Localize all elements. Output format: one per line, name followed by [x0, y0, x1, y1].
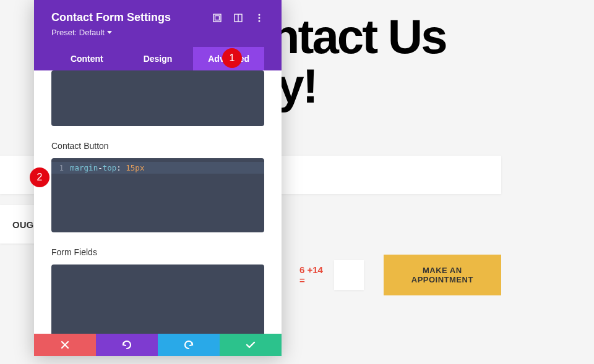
svg-rect-1 [215, 15, 220, 20]
panel-header: Contact Form Settings Preset: Default Co… [34, 0, 282, 70]
code-line-1: 1 margin-top: 15px [51, 162, 264, 174]
captcha-input[interactable] [334, 260, 363, 290]
form-field-left[interactable] [0, 156, 34, 194]
line-number: 1 [58, 163, 64, 172]
svg-point-4 [259, 14, 260, 15]
preset-label: Preset: Default [51, 28, 105, 37]
code-value: 15px [121, 163, 145, 172]
expand-icon[interactable] [212, 13, 222, 23]
tab-design[interactable]: Design [123, 47, 194, 70]
annotation-badge-1: 1 [222, 48, 242, 68]
code-text: margin-top: 15px [70, 163, 144, 172]
annotation-badge-2: 2 [30, 167, 50, 187]
layout-icon[interactable] [233, 13, 243, 23]
code-prop-margin: margin [70, 163, 98, 172]
section-label-contact-button: Contact Button [51, 141, 264, 151]
appointment-button[interactable]: MAKE AN APPOINTMENT [384, 255, 501, 295]
undo-button[interactable] [96, 334, 158, 356]
more-icon[interactable] [254, 13, 264, 23]
code-block-contact-button[interactable]: 1 margin-top: 15px [51, 158, 264, 232]
svg-rect-0 [213, 14, 221, 22]
svg-point-5 [259, 17, 260, 19]
redo-button[interactable] [158, 334, 220, 356]
panel-body[interactable]: Contact Button 1 margin-top: 15px Form F… [34, 70, 282, 334]
svg-point-6 [259, 20, 260, 22]
confirm-button[interactable] [220, 334, 282, 356]
roughly-field[interactable]: OUGHL [0, 205, 37, 243]
code-dash: - [98, 163, 103, 172]
code-prop-top: top [103, 163, 117, 172]
panel-title: Contact Form Settings [51, 11, 171, 24]
panel-header-icons [212, 13, 264, 23]
code-block-form-fields[interactable] [51, 265, 264, 334]
captcha-question: 6 +14 = [299, 265, 327, 286]
appointment-button-label: MAKE AN APPOINTMENT [411, 266, 473, 284]
code-colon: : [116, 163, 121, 172]
preset-dropdown[interactable]: Preset: Default [51, 28, 264, 37]
panel-footer [34, 334, 282, 356]
settings-panel: Contact Form Settings Preset: Default Co… [34, 0, 282, 356]
tab-content[interactable]: Content [51, 47, 123, 70]
close-button[interactable] [34, 334, 96, 356]
code-block-top[interactable] [51, 70, 264, 126]
section-label-form-fields: Form Fields [51, 247, 264, 257]
